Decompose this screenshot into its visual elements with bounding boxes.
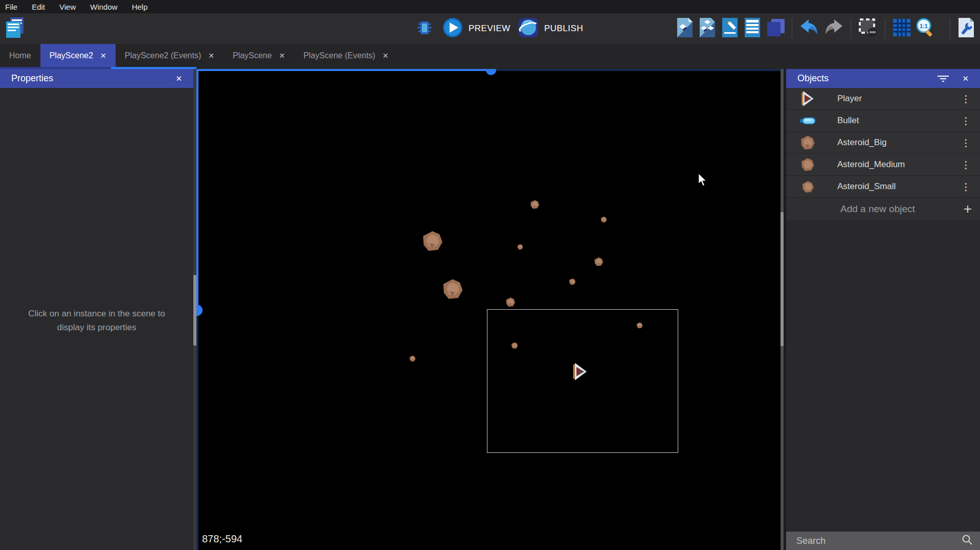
asteroid-icon [797, 157, 818, 172]
instances-list-icon [743, 17, 762, 40]
add-object-row[interactable]: Add a new object + [786, 198, 980, 220]
delete-selection-button[interactable] [857, 16, 879, 41]
add-object-plus-icon[interactable]: + [955, 201, 980, 217]
project-manager-button[interactable] [4, 16, 27, 41]
properties-editor-button[interactable] [720, 16, 740, 41]
object-menu-icon[interactable]: ⋮ [952, 137, 980, 149]
toolbar-separator [851, 18, 851, 39]
objects-editor-button[interactable] [675, 16, 695, 41]
menu-file[interactable]: File [0, 1, 25, 13]
menu-edit[interactable]: Edit [25, 1, 52, 13]
redo-icon [823, 17, 844, 40]
tab-playscene[interactable]: PlayScene ✕ [224, 44, 294, 67]
asteroid-medium-instance[interactable] [505, 297, 516, 309]
objects-title: Objects [797, 73, 938, 84]
bullet-icon [797, 117, 818, 125]
search-input[interactable] [796, 536, 962, 546]
debug-button[interactable] [414, 16, 435, 41]
tab-playscene2-events[interactable]: PlayScene2 (Events) ✕ [116, 44, 224, 67]
tab-label: PlayScene2 (Events) [125, 51, 201, 60]
publish-label: PUBLISH [544, 24, 583, 34]
wrench-icon [956, 17, 976, 40]
asteroid-small-instance[interactable] [569, 278, 576, 287]
preview-play-icon [442, 17, 463, 40]
layers-editor-icon [765, 17, 786, 40]
asteroid-icon [797, 180, 818, 193]
add-object-label: Add a new object [840, 203, 955, 215]
tab-close-icon[interactable]: ✕ [279, 52, 285, 60]
menu-window[interactable]: Window [83, 1, 124, 13]
preview-label: PREVIEW [469, 24, 510, 34]
object-menu-icon[interactable]: ⋮ [952, 181, 980, 193]
asteroid-icon [797, 135, 818, 150]
properties-close-icon[interactable]: ✕ [171, 72, 186, 85]
zoom-1-1-icon: 1:1 [915, 17, 936, 40]
objects-close-icon[interactable]: ✕ [958, 72, 973, 85]
properties-editor-icon [720, 17, 740, 40]
tab-close-icon[interactable]: ✕ [100, 52, 106, 60]
object-row-player[interactable]: Player ⋮ [786, 88, 980, 110]
scene-properties-button[interactable] [956, 16, 976, 41]
asteroid-small-instance[interactable] [409, 355, 416, 364]
publish-button[interactable]: PUBLISH [518, 16, 583, 41]
object-name: Asteroid_Small [837, 181, 952, 192]
instances-list-button[interactable] [743, 16, 762, 41]
tab-label: PlayScene [233, 51, 272, 60]
canvas-left-scrollbar-thumb[interactable] [193, 275, 196, 346]
toggle-grid-button[interactable] [892, 16, 912, 41]
delete-selection-icon [857, 17, 879, 40]
tab-label: PlayScene (Events) [303, 51, 375, 60]
objects-search-bar [786, 532, 980, 550]
objects-panel-header: Objects ✕ [786, 69, 980, 88]
object-name: Player [837, 94, 952, 104]
properties-hint-text: Click on an instance in the scene to dis… [0, 307, 193, 334]
grid-icon [892, 17, 912, 40]
tab-close-icon[interactable]: ✕ [383, 52, 389, 60]
toolbar-center-group: PREVIEW PUBLISH [414, 16, 583, 41]
toolbar-separator [950, 18, 950, 39]
canvas-scroll-edge-left [196, 69, 198, 310]
asteroid-big-instance[interactable] [420, 230, 444, 254]
object-row-asteroid-medium[interactable]: Asteroid_Medium ⋮ [786, 154, 980, 176]
asteroid-small-instance[interactable] [600, 216, 607, 225]
object-row-bullet[interactable]: Bullet ⋮ [786, 110, 980, 132]
objects-editor-icon [675, 17, 695, 40]
svg-text:1:1: 1:1 [920, 23, 928, 29]
layers-editor-button[interactable] [765, 16, 786, 41]
object-menu-icon[interactable]: ⋮ [952, 93, 980, 105]
tab-playscene-events[interactable]: PlayScene (Events) ✕ [294, 44, 397, 67]
tab-bar: Home PlayScene2 ✕ PlayScene2 (Events) ✕ … [0, 44, 980, 69]
tab-label: Home [9, 51, 31, 60]
canvas-scroll-edge-top [196, 69, 491, 71]
search-icon [962, 534, 973, 547]
publish-globe-icon [518, 17, 539, 40]
preview-button[interactable]: PREVIEW [442, 16, 510, 41]
properties-title: Properties [11, 73, 171, 84]
object-menu-icon[interactable]: ⋮ [952, 115, 980, 127]
asteroid-medium-instance[interactable] [594, 257, 604, 269]
filter-icon[interactable] [938, 76, 949, 82]
toolbar-right-group: 1:1 [675, 16, 976, 41]
toolbar-separator [885, 18, 885, 39]
zoom-1-1-button[interactable]: 1:1 [915, 16, 936, 41]
asteroid-big-instance[interactable] [441, 278, 464, 302]
redo-button[interactable] [823, 16, 844, 41]
properties-panel: Properties ✕ Click on an instance in the… [0, 69, 193, 550]
canvas-scroll-edge-left-dark [196, 310, 198, 550]
canvas-right-scrollbar-thumb[interactable] [781, 212, 784, 346]
object-menu-icon[interactable]: ⋮ [952, 159, 980, 171]
tab-home[interactable]: Home [0, 44, 40, 67]
object-row-asteroid-big[interactable]: Asteroid_Big ⋮ [786, 132, 980, 154]
tab-label: PlayScene2 [50, 51, 93, 60]
menu-view[interactable]: View [52, 1, 83, 13]
debug-bug-icon [414, 17, 435, 40]
menu-help[interactable]: Help [125, 1, 155, 13]
asteroid-medium-instance[interactable] [530, 199, 540, 212]
tab-close-icon[interactable]: ✕ [208, 52, 214, 60]
object-row-asteroid-small[interactable]: Asteroid_Small ⋮ [786, 176, 980, 198]
undo-button[interactable] [798, 16, 820, 41]
toolbar: PREVIEW PUBLISH [0, 13, 980, 44]
asteroid-small-instance[interactable] [517, 243, 523, 252]
tab-playscene2[interactable]: PlayScene2 ✕ [40, 44, 116, 67]
object-groups-editor-button[interactable] [698, 16, 717, 41]
